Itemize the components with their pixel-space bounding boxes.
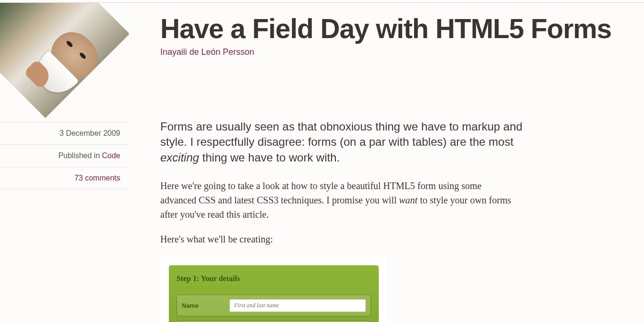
meta-comments-row: 73 comments xyxy=(0,167,129,190)
article-content: Have a Field Day with HTML5 Forms Inayai… xyxy=(129,3,644,322)
name-label: Name xyxy=(182,301,229,311)
name-input[interactable] xyxy=(229,299,366,312)
form-legend: Step 1: Your details xyxy=(177,273,371,284)
author-avatar xyxy=(0,3,129,122)
meta-category-row: Published in Code xyxy=(0,144,129,167)
body-paragraph: Here we're going to take a look at how t… xyxy=(160,179,513,221)
form-panel: Step 1: Your details Name Email xyxy=(169,265,379,322)
author-link[interactable]: Inayaili de León Persson xyxy=(160,47,254,57)
published-in-label: Published in xyxy=(58,151,102,160)
article-lede: Forms are usually seen as that obnoxious… xyxy=(160,119,523,165)
comments-link[interactable]: 73 comments xyxy=(74,174,120,182)
sidebar: 3 December 2009 Published in Code 73 com… xyxy=(0,3,129,190)
form-preview-figure: Step 1: Your details Name Email xyxy=(160,257,387,322)
form-row-name: Name xyxy=(177,295,371,316)
article-title: Have a Field Day with HTML5 Forms xyxy=(160,15,615,43)
meta-date-row: 3 December 2009 xyxy=(0,122,129,144)
publish-date: 3 December 2009 xyxy=(60,129,120,137)
article-body: Here we're going to take a look at how t… xyxy=(160,179,513,322)
body-paragraph: Here's what we'll be creating: xyxy=(160,232,513,246)
category-link[interactable]: Code xyxy=(102,151,120,160)
page-layout: 3 December 2009 Published in Code 73 com… xyxy=(0,3,644,322)
